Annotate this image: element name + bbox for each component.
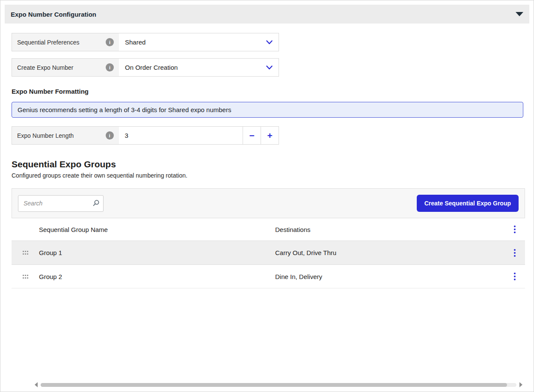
drag-handle-icon (22, 274, 29, 279)
info-icon[interactable]: i (106, 38, 114, 46)
scroll-right-arrow-icon[interactable] (519, 382, 522, 387)
scrollbar-track[interactable] (41, 383, 516, 387)
groups-toolbar: Create Sequential Expo Group (12, 188, 525, 218)
drag-handle[interactable] (12, 250, 39, 255)
create-expo-number-field: Create Expo Number i On Order Creation (12, 58, 279, 77)
create-expo-number-select[interactable]: On Order Creation (119, 59, 279, 76)
expo-number-length-field: Expo Number Length i 3 − + (12, 126, 279, 145)
sequential-preferences-label-cell: Sequential Preferences i (12, 33, 119, 51)
column-header-name: Sequential Group Name (39, 226, 275, 233)
chevron-down-icon (266, 65, 273, 70)
table-header-row: Sequential Group Name Destinations (12, 218, 525, 241)
increment-button[interactable]: + (261, 127, 279, 144)
kebab-icon (514, 276, 516, 277)
panel-header[interactable]: Expo Number Configuration (5, 5, 529, 24)
scroll-left-arrow-icon[interactable] (35, 382, 38, 387)
destinations-cell: Carry Out, Drive Thru (275, 249, 504, 256)
sequential-preferences-select[interactable]: Shared (119, 33, 279, 51)
expo-number-configuration-panel: Expo Number Configuration Sequential Pre… (0, 0, 534, 392)
destinations-cell: Dine In, Delivery (275, 273, 504, 280)
kebab-icon (514, 229, 516, 230)
create-expo-number-label: Create Expo Number (17, 64, 74, 71)
search-input[interactable] (18, 195, 104, 212)
panel-title: Expo Number Configuration (11, 11, 96, 18)
search-box (18, 195, 104, 212)
drag-handle-icon (22, 250, 29, 255)
expo-number-formatting-heading: Expo Number Formatting (12, 88, 522, 95)
table-header-kebab-menu[interactable] (504, 229, 525, 230)
group-name-cell: Group 2 (39, 273, 275, 280)
info-icon[interactable]: i (106, 63, 114, 71)
collapse-chevron-icon[interactable] (516, 12, 523, 16)
horizontal-scrollbar (35, 382, 522, 387)
info-icon-glyph: i (109, 65, 110, 70)
create-expo-number-value: On Order Creation (125, 64, 178, 71)
sequential-preferences-label: Sequential Preferences (17, 39, 80, 46)
sequential-expo-groups-title: Sequential Expo Groups (12, 159, 522, 169)
kebab-icon (514, 252, 516, 254)
sequential-preferences-value: Shared (125, 39, 145, 46)
groups-table: Sequential Group Name Destinations Group… (12, 218, 522, 288)
row-kebab-menu[interactable] (504, 276, 525, 277)
sequential-preferences-field: Sequential Preferences i Shared (12, 33, 279, 51)
table-row[interactable]: Group 1 Carry Out, Drive Thru (12, 241, 525, 264)
search-icon[interactable] (92, 199, 100, 207)
panel-content: Sequential Preferences i Shared Create E… (0, 24, 534, 288)
table-row[interactable]: Group 2 Dine In, Delivery (12, 264, 525, 288)
expo-number-length-label-cell: Expo Number Length i (12, 127, 119, 144)
sequential-expo-groups-subtitle: Configured groups create their own seque… (12, 172, 522, 179)
row-kebab-menu[interactable] (504, 252, 525, 254)
expo-number-length-value[interactable]: 3 (119, 127, 243, 144)
info-icon-glyph: i (109, 40, 110, 45)
scrollbar-thumb[interactable] (41, 383, 507, 387)
column-header-destinations: Destinations (275, 226, 504, 233)
chevron-down-icon (266, 40, 273, 45)
group-name-cell: Group 1 (39, 249, 275, 256)
recommendation-banner: Genius recommends setting a length of 3-… (12, 102, 523, 118)
drag-handle[interactable] (12, 274, 39, 279)
info-icon[interactable]: i (106, 131, 114, 140)
expo-number-length-label: Expo Number Length (17, 132, 74, 139)
create-expo-number-label-cell: Create Expo Number i (12, 59, 119, 76)
info-icon-glyph: i (109, 133, 110, 138)
create-sequential-expo-group-button[interactable]: Create Sequential Expo Group (417, 195, 519, 212)
decrement-button[interactable]: − (243, 127, 261, 144)
